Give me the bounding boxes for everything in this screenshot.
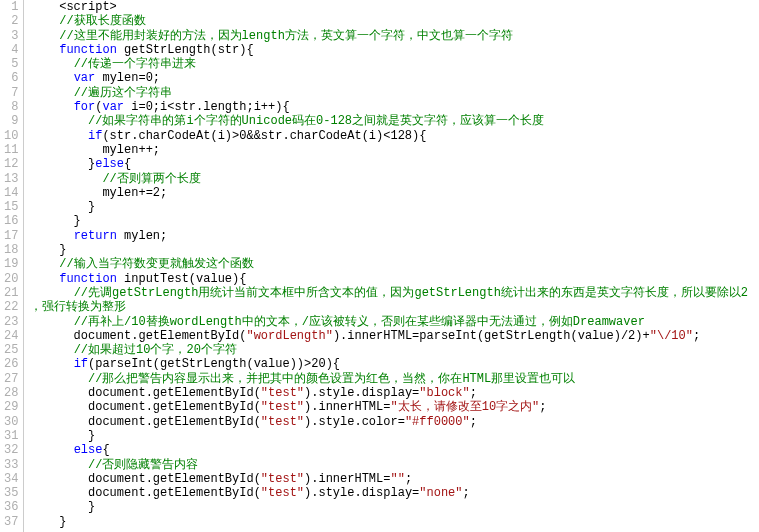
line-number: 16 xyxy=(4,214,18,228)
token-str: "test" xyxy=(261,415,304,429)
code-line[interactable]: //再补上/10替换wordLength中的文本，/应该被转义，否则在某些编译器… xyxy=(30,315,748,329)
line-number: 12 xyxy=(4,157,18,171)
code-line[interactable]: for(var i=0;i<str.length;i++){ xyxy=(30,100,748,114)
token-cmt: //那么把警告内容显示出来，并把其中的颜色设置为红色，当然，你在HTML那里设置… xyxy=(88,372,575,386)
token-str: "#ff0000" xyxy=(405,415,470,429)
token-plain: document.getElementById( xyxy=(30,486,260,500)
code-line[interactable]: //那么把警告内容显示出来，并把其中的颜色设置为红色，当然，你在HTML那里设置… xyxy=(30,372,748,386)
token-str: "test" xyxy=(261,486,304,500)
line-number: 11 xyxy=(4,143,18,157)
token-kw: return xyxy=(74,229,117,243)
code-line[interactable]: //输入当字符数变更就触发这个函数 xyxy=(30,257,748,271)
code-line[interactable]: mylen++; xyxy=(30,143,748,157)
token-plain: } xyxy=(30,200,95,214)
token-cmt: //遍历这个字符串 xyxy=(74,86,172,100)
token-cmt: //这里不能用封装好的方法，因为length方法，英文算一个字符，中文也算一个字… xyxy=(59,29,513,43)
token-plain: mylen++; xyxy=(30,143,160,157)
code-line[interactable]: } xyxy=(30,200,748,214)
code-line[interactable]: <script> xyxy=(30,0,748,14)
token-plain: ).style.display= xyxy=(304,486,419,500)
code-line[interactable]: if(str.charCodeAt(i)>0&&str.charCodeAt(i… xyxy=(30,129,748,143)
code-line[interactable]: mylen+=2; xyxy=(30,186,748,200)
code-line[interactable]: //如果超过10个字，20个字符 xyxy=(30,343,748,357)
token-kw: if xyxy=(74,357,88,371)
code-line[interactable]: } xyxy=(30,515,748,529)
token-cmt: //否则隐藏警告内容 xyxy=(88,458,198,472)
token-plain: document.getElementById( xyxy=(30,400,260,414)
token-plain xyxy=(30,172,102,186)
token-cmt: //获取长度函数 xyxy=(59,14,145,28)
line-number: 4 xyxy=(4,43,18,57)
token-str: "太长，请修改至10字之内" xyxy=(390,400,539,414)
token-plain xyxy=(30,315,73,329)
token-cmt: //如果超过10个字，20个字符 xyxy=(74,343,237,357)
line-number: 6 xyxy=(4,71,18,85)
code-line[interactable]: } xyxy=(30,214,748,228)
code-line[interactable]: }else{ xyxy=(30,157,748,171)
token-plain xyxy=(30,286,73,300)
code-line[interactable]: var mylen=0; xyxy=(30,71,748,85)
token-plain: inputTest(value){ xyxy=(117,272,247,286)
token-plain: document.getElementById( xyxy=(30,472,260,486)
line-number: 24 xyxy=(4,329,18,343)
token-kw: function xyxy=(59,272,117,286)
code-line[interactable]: function inputTest(value){ xyxy=(30,272,748,286)
code-line[interactable]: document.getElementById("wordLength").in… xyxy=(30,329,748,343)
line-number: 15 xyxy=(4,200,18,214)
token-cmt: //如果字符串的第i个字符的Unicode码在0-128之间就是英文字符，应该算… xyxy=(88,114,544,128)
token-str: "\/10" xyxy=(650,329,693,343)
code-line[interactable]: } xyxy=(30,243,748,257)
code-line[interactable]: //这里不能用封装好的方法，因为length方法，英文算一个字符，中文也算一个字… xyxy=(30,29,748,43)
token-kw: else xyxy=(95,157,124,171)
token-plain: { xyxy=(102,443,109,457)
code-line[interactable]: document.getElementById("test").innerHTM… xyxy=(30,400,748,414)
line-number-gutter: 1234567891011121314151617181920212223242… xyxy=(0,0,24,532)
code-line[interactable]: //否则隐藏警告内容 xyxy=(30,458,748,472)
line-number: 37 xyxy=(4,515,18,529)
line-number: 20 xyxy=(4,272,18,286)
token-kw: for xyxy=(74,100,96,114)
token-plain: i=0;i<str.length;i++){ xyxy=(124,100,290,114)
token-cmt: //再补上/10替换wordLength中的文本，/应该被转义，否则在某些编译器… xyxy=(74,315,645,329)
code-line[interactable]: //获取长度函数 xyxy=(30,14,748,28)
code-line[interactable]: //如果字符串的第i个字符的Unicode码在0-128之间就是英文字符，应该算… xyxy=(30,114,748,128)
code-line[interactable]: } xyxy=(30,500,748,514)
code-line[interactable]: //否则算两个长度 xyxy=(30,172,748,186)
code-line[interactable]: document.getElementById("test").style.di… xyxy=(30,486,748,500)
token-kw: if xyxy=(88,129,102,143)
code-line[interactable]: } xyxy=(30,429,748,443)
token-plain: ).innerHTML=parseInt(getStrLength(value)… xyxy=(333,329,650,343)
code-line[interactable]: document.getElementById("test").style.di… xyxy=(30,386,748,400)
line-number: 19 xyxy=(4,257,18,271)
token-str: "" xyxy=(390,472,404,486)
code-line[interactable]: //传递一个字符串进来 xyxy=(30,57,748,71)
token-str: "none" xyxy=(419,486,462,500)
token-plain xyxy=(30,443,73,457)
code-line[interactable]: function getStrLength(str){ xyxy=(30,43,748,57)
code-line[interactable]: return mylen; xyxy=(30,229,748,243)
line-number: 35 xyxy=(4,486,18,500)
line-number: 22 xyxy=(4,300,18,314)
token-cmt: //否则算两个长度 xyxy=(102,172,200,186)
token-plain: getStrLength(str){ xyxy=(117,43,254,57)
token-plain xyxy=(30,272,59,286)
code-line[interactable]: if(parseInt(getStrLength(value))>20){ xyxy=(30,357,748,371)
code-line[interactable]: //先调getStrLength用统计当前文本框中所含文本的值，因为getStr… xyxy=(30,286,748,300)
token-str: "test" xyxy=(261,400,304,414)
line-number: 32 xyxy=(4,443,18,457)
token-plain: ).innerHTML= xyxy=(304,400,390,414)
token-plain xyxy=(30,114,88,128)
token-plain: ).style.color= xyxy=(304,415,405,429)
token-plain: document.getElementById( xyxy=(30,329,246,343)
code-line[interactable]: else{ xyxy=(30,443,748,457)
code-line[interactable]: //遍历这个字符串 xyxy=(30,86,748,100)
code-line[interactable]: document.getElementById("test").innerHTM… xyxy=(30,472,748,486)
code-line[interactable]: ，强行转换为整形 xyxy=(30,300,748,314)
line-number: 17 xyxy=(4,229,18,243)
line-number: 28 xyxy=(4,386,18,400)
token-plain xyxy=(30,229,73,243)
code-line[interactable]: document.getElementById("test").style.co… xyxy=(30,415,748,429)
code-area[interactable]: <script> //获取长度函数 //这里不能用封装好的方法，因为length… xyxy=(24,0,748,532)
line-number: 23 xyxy=(4,315,18,329)
token-plain: ; xyxy=(539,400,546,414)
